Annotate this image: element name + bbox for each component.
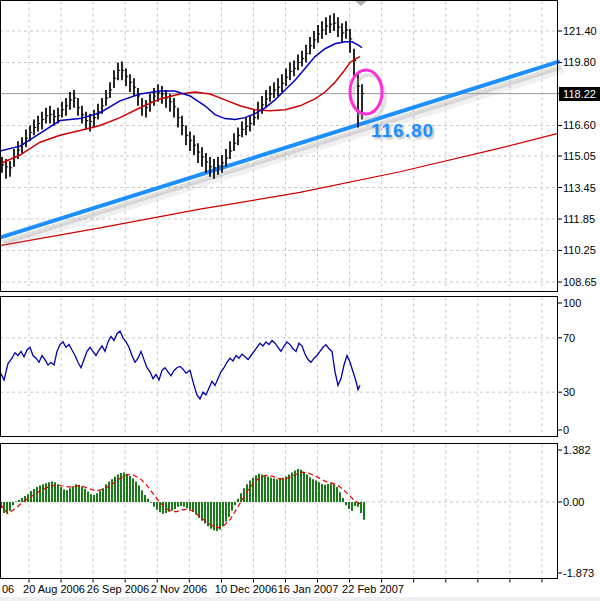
macd-tick-label: 1.382: [563, 444, 600, 456]
macd-tick-label: -1.873: [563, 567, 600, 579]
price-tick-label: 119.80: [563, 56, 600, 68]
price-tick-label: 108.65: [563, 276, 600, 288]
rsi-tick-label: 0: [563, 424, 600, 436]
price-tick-label: 121.40: [563, 25, 600, 37]
rsi-tick-label: 30: [563, 386, 600, 398]
rsi-tick-label: 100: [563, 297, 600, 309]
current-price-badge: 118.22: [559, 87, 600, 101]
price-tick-label: 115.05: [563, 150, 600, 162]
price-tick-label: 116.60: [563, 119, 600, 131]
date-tick-label: 22 Feb 2007: [328, 583, 418, 595]
macd-tick-label: 0.00: [563, 496, 600, 508]
trendline-value-annotation: 116.80: [371, 120, 434, 142]
rsi-tick-label: 70: [563, 332, 600, 344]
price-tick-label: 111.85: [563, 213, 600, 225]
chart-canvas[interactable]: [0, 0, 600, 601]
trading-chart-window: 121.40119.80116.60115.05113.45111.85110.…: [0, 0, 600, 601]
price-tick-label: 113.45: [563, 182, 600, 194]
window-edge: [0, 597, 600, 601]
price-tick-label: 110.25: [563, 244, 600, 256]
